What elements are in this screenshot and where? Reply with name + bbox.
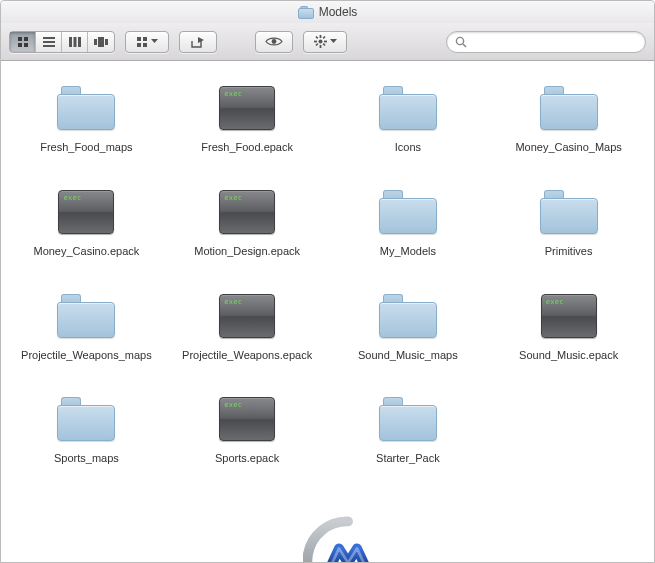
svg-rect-2 [18, 43, 22, 47]
file-item[interactable]: Fresh_Food_maps [11, 75, 162, 161]
svg-point-18 [318, 40, 322, 44]
exec-icon [54, 185, 118, 239]
file-label: Sports.epack [215, 452, 279, 466]
search-wrap [357, 31, 646, 53]
exec-icon [215, 392, 279, 446]
file-item[interactable]: Icons [333, 75, 484, 161]
file-item[interactable]: Starter_Pack [333, 386, 484, 472]
svg-line-28 [463, 44, 466, 47]
arrange-button[interactable] [125, 31, 169, 53]
file-label: Projectile_Weapons.epack [182, 349, 312, 363]
coverflow-icon [94, 37, 108, 47]
file-label: My_Models [380, 245, 436, 259]
file-item[interactable]: Fresh_Food.epack [172, 75, 323, 161]
file-label: Fresh_Food_maps [40, 141, 132, 155]
folder-icon [376, 289, 440, 343]
folder-icon [537, 185, 601, 239]
content-area: Fresh_Food_mapsFresh_Food.epackIconsMone… [1, 61, 654, 562]
svg-rect-14 [143, 37, 147, 41]
search-icon [455, 36, 467, 48]
folder-icon [376, 81, 440, 135]
file-label: Sound_Music_maps [358, 349, 458, 363]
svg-rect-6 [43, 45, 55, 47]
folder-icon [54, 392, 118, 446]
svg-rect-11 [98, 37, 104, 47]
folder-icon [298, 6, 314, 19]
svg-rect-13 [137, 37, 141, 41]
action-button[interactable] [303, 31, 347, 53]
quicklook-button[interactable] [255, 31, 293, 53]
window-title-text: Models [319, 5, 358, 19]
svg-rect-0 [18, 37, 22, 41]
titlebar[interactable]: Models [1, 1, 654, 23]
search-input[interactable] [467, 36, 637, 48]
finder-window: Models [0, 0, 655, 563]
svg-rect-25 [322, 36, 325, 39]
list-view-button[interactable] [36, 32, 62, 52]
folder-icon [376, 185, 440, 239]
exec-icon [537, 289, 601, 343]
svg-rect-9 [78, 37, 81, 47]
svg-rect-23 [315, 36, 318, 39]
search-field[interactable] [446, 31, 646, 53]
watermark-logo [303, 516, 393, 562]
file-item[interactable]: Sound_Music_maps [333, 283, 484, 369]
file-label: Sports_maps [54, 452, 119, 466]
icon-view-button[interactable] [10, 32, 36, 52]
file-item[interactable]: My_Models [333, 179, 484, 265]
file-item[interactable]: Money_Casino.epack [11, 179, 162, 265]
svg-rect-15 [137, 43, 141, 47]
view-mode-segment [9, 31, 115, 53]
svg-rect-19 [319, 35, 321, 38]
file-label: Motion_Design.epack [194, 245, 300, 259]
file-item[interactable]: Projectile_Weapons_maps [11, 283, 162, 369]
folder-icon [537, 81, 601, 135]
file-label: Money_Casino_Maps [515, 141, 621, 155]
gear-icon [314, 35, 327, 48]
file-item[interactable]: Money_Casino_Maps [493, 75, 644, 161]
svg-point-17 [272, 39, 277, 44]
window-title: Models [298, 5, 358, 19]
file-item[interactable]: Sound_Music.epack [493, 283, 644, 369]
toolbar [1, 23, 654, 61]
svg-rect-1 [24, 37, 28, 41]
file-item[interactable]: Motion_Design.epack [172, 179, 323, 265]
folder-icon [376, 392, 440, 446]
file-label: Money_Casino.epack [33, 245, 139, 259]
svg-rect-22 [324, 41, 327, 43]
file-item[interactable]: Primitives [493, 179, 644, 265]
file-label: Starter_Pack [376, 452, 440, 466]
exec-icon [215, 81, 279, 135]
file-item[interactable]: Projectile_Weapons.epack [172, 283, 323, 369]
columns-icon [69, 37, 81, 47]
svg-rect-3 [24, 43, 28, 47]
coverflow-view-button[interactable] [88, 32, 114, 52]
svg-rect-10 [94, 39, 97, 45]
arrange-icon [136, 36, 148, 48]
column-view-button[interactable] [62, 32, 88, 52]
chevron-down-icon [330, 39, 337, 44]
svg-rect-8 [73, 37, 76, 47]
grid-icon [17, 36, 29, 48]
icon-grid: Fresh_Food_mapsFresh_Food.epackIconsMone… [1, 61, 654, 486]
file-label: Icons [395, 141, 421, 155]
exec-icon [215, 185, 279, 239]
svg-rect-21 [314, 41, 317, 43]
file-label: Projectile_Weapons_maps [21, 349, 152, 363]
svg-rect-12 [105, 39, 108, 45]
file-item[interactable]: Sports_maps [11, 386, 162, 472]
folder-icon [54, 81, 118, 135]
svg-point-27 [456, 37, 463, 44]
svg-rect-24 [322, 43, 325, 46]
file-label: Primitives [545, 245, 593, 259]
eye-icon [265, 36, 283, 47]
svg-rect-20 [319, 45, 321, 48]
svg-rect-26 [315, 43, 318, 46]
file-item[interactable]: Sports.epack [172, 386, 323, 472]
svg-rect-7 [69, 37, 72, 47]
folder-icon [54, 289, 118, 343]
file-label: Sound_Music.epack [519, 349, 618, 363]
exec-icon [215, 289, 279, 343]
share-button[interactable] [179, 31, 217, 53]
svg-rect-4 [43, 37, 55, 39]
